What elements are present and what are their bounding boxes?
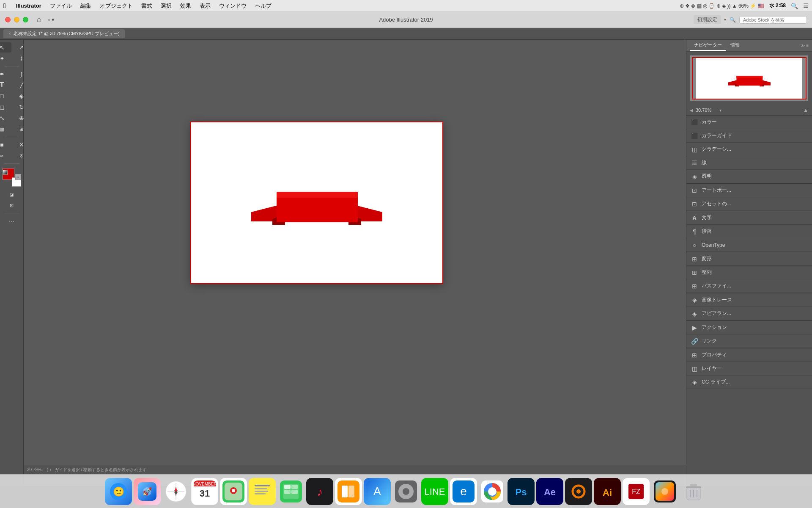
screen-mode[interactable]: ⊡ xyxy=(3,200,21,210)
workspace-arrow[interactable]: ▾ xyxy=(724,17,726,22)
character-panel-section[interactable]: A 文字 xyxy=(686,211,812,225)
workspace-label[interactable]: 初期設定 xyxy=(694,15,721,24)
navigator-tab[interactable]: ナビゲーター xyxy=(690,40,726,51)
menu-file[interactable]: ファイル xyxy=(46,1,76,11)
menu-window[interactable]: ウィンドウ xyxy=(215,1,251,11)
svg-rect-45 xyxy=(284,490,291,494)
menu-view[interactable]: 表示 xyxy=(195,1,215,11)
dock-trash[interactable] xyxy=(680,478,707,505)
workspace-switcher[interactable]: ▫ ▾ xyxy=(48,17,55,23)
opentype-panel-section[interactable]: ○ OpenType xyxy=(686,238,812,252)
stroke-panel-icon: ☰ xyxy=(691,160,698,166)
zoom-decrease-icon[interactable]: ◀ xyxy=(690,108,693,113)
menu-select[interactable]: 選択 xyxy=(156,1,176,11)
rectangle-icon: □ xyxy=(0,93,3,99)
info-tab[interactable]: 情報 xyxy=(726,40,744,51)
menu-effect[interactable]: 効果 xyxy=(176,1,195,11)
links-panel-section[interactable]: 🔗 リンク xyxy=(686,334,812,348)
blend-tool[interactable]: ∞ xyxy=(0,151,11,161)
dock-music[interactable]: ♪ xyxy=(306,478,333,505)
dock-notes[interactable] xyxy=(249,478,276,505)
dock-finder[interactable]: 🙂 xyxy=(105,478,132,505)
layers-panel-section[interactable]: ◫ レイヤー xyxy=(686,362,812,375)
fill-color-mode[interactable]: ■ xyxy=(0,189,2,199)
dock-books[interactable] xyxy=(335,478,362,505)
zoom-value: 30.79% xyxy=(696,108,717,113)
menu-type[interactable]: 書式 xyxy=(137,1,156,11)
image-trace-panel-section[interactable]: ◈ 画像トレース xyxy=(686,293,812,307)
menu-help[interactable]: ヘルプ xyxy=(251,1,276,11)
dock-aftereffects[interactable]: Ae xyxy=(536,478,563,505)
scale-tool[interactable]: ⤡ xyxy=(0,113,11,123)
rectangle-tool[interactable]: □ xyxy=(0,91,11,101)
status-zoom[interactable]: 30.79% xyxy=(27,467,41,472)
dock-line[interactable]: LINE xyxy=(421,478,448,505)
align-panel-section[interactable]: ⊞ 整列 xyxy=(686,266,812,279)
pathfinder-panel-section[interactable]: ⊞ パスファイ... xyxy=(686,279,812,293)
eraser-tool[interactable]: ◻ xyxy=(0,102,11,112)
dock-safari[interactable] xyxy=(162,478,189,505)
zoom-dropdown-arrow[interactable]: ▾ xyxy=(719,108,721,113)
artboard-panel-section[interactable]: ⊡ アートボー... xyxy=(686,184,812,197)
more-tools-button[interactable]: ··· xyxy=(9,218,14,225)
dock-numbers[interactable] xyxy=(277,478,304,505)
dock-maps[interactable] xyxy=(220,478,247,505)
dock-calendar[interactable]: 31NOVEMBER xyxy=(191,478,218,505)
transform-panel-section[interactable]: ⊞ 変形 xyxy=(686,252,812,266)
color-guide-panel-section[interactable]: ⬛ カラーガイド xyxy=(686,129,812,143)
minimize-button[interactable] xyxy=(14,17,19,22)
dock-illustrator[interactable]: Ai xyxy=(594,478,621,505)
stock-search-input[interactable] xyxy=(739,16,807,24)
apple-menu[interactable]:  xyxy=(3,2,6,10)
pen-icon: ✒ xyxy=(0,71,5,77)
paragraph-panel-section[interactable]: ¶ 段落 xyxy=(686,225,812,238)
select-icon: ↖ xyxy=(0,44,5,51)
dock-launchpad[interactable]: 🚀 xyxy=(134,478,161,505)
zoom-expand-icon[interactable]: ▲ xyxy=(803,107,809,113)
close-button[interactable] xyxy=(5,17,11,22)
graph-tool[interactable]: ▦ xyxy=(0,124,11,134)
dock-filezilla[interactable]: FZ xyxy=(623,478,650,505)
opentype-panel-label: OpenType xyxy=(702,242,808,248)
dock-systemprefs[interactable] xyxy=(392,478,420,505)
transparency-panel-section[interactable]: ◈ 透明 xyxy=(686,170,812,183)
status-text: ガイドを選択 / 移動するとき名前が表示されます xyxy=(55,467,147,473)
default-colors[interactable] xyxy=(3,170,8,175)
svg-text:A: A xyxy=(373,485,381,497)
type-tool[interactable]: T xyxy=(0,80,11,90)
menu-edit[interactable]: 編集 xyxy=(76,1,96,11)
gradient-tool[interactable]: ■ xyxy=(0,140,11,150)
panel-expand-icon[interactable]: ≫ ≡ xyxy=(801,43,809,48)
document-tab[interactable]: × 名称未設定-1* @ 30.79% (CMYK/GPU プレビュー) xyxy=(3,29,125,38)
fullscreen-button[interactable] xyxy=(23,17,28,22)
appearance-panel-label: アピアラン... xyxy=(702,310,808,317)
status-arrows: ⟨ ⟩ xyxy=(47,467,51,472)
menu-illustrator[interactable]: Illustrator xyxy=(12,2,46,10)
dock-edge[interactable]: e xyxy=(450,478,477,505)
dock-blender[interactable] xyxy=(565,478,592,505)
tab-close-button[interactable]: × xyxy=(8,31,11,36)
dock-chrome[interactable] xyxy=(479,478,506,505)
magic-wand-tool[interactable]: ✦ xyxy=(0,53,11,64)
canvas-area[interactable] xyxy=(24,40,686,486)
dock-photos[interactable] xyxy=(651,478,678,505)
dock-photoshop[interactable]: Ps xyxy=(508,478,535,505)
cc-libraries-panel-section[interactable]: ◈ CC ライブ... xyxy=(686,375,812,389)
properties-panel-section[interactable]: ⊞ プロパティ xyxy=(686,348,812,362)
dock-appstore[interactable]: A xyxy=(364,478,391,505)
menubar:  Illustrator ファイル 編集 オブジェクト 書式 選択 効果 表示… xyxy=(0,0,812,12)
gradient-mode[interactable]: ◪ xyxy=(3,189,21,199)
gradient-panel-section[interactable]: ◫ グラデーシ... xyxy=(686,143,812,156)
home-icon[interactable]: ⌂ xyxy=(37,15,41,24)
appearance-panel-section[interactable]: ◈ アピアラン... xyxy=(686,307,812,320)
pen-tool[interactable]: ✒ xyxy=(0,69,11,79)
control-center-icon[interactable]: ☰ xyxy=(803,3,809,9)
actions-panel-section[interactable]: ▶ アクション xyxy=(686,321,812,334)
select-tool[interactable]: ↖ xyxy=(0,42,11,52)
search-icon[interactable]: 🔍 xyxy=(791,3,798,9)
stroke-panel-section[interactable]: ☰ 線 xyxy=(686,156,812,170)
color-panel-section[interactable]: ⬛ カラー xyxy=(686,116,812,129)
menu-object[interactable]: オブジェクト xyxy=(96,1,137,11)
swap-colors[interactable]: ↔ xyxy=(15,174,21,180)
asset-panel-section[interactable]: ⊡ アセットの... xyxy=(686,197,812,211)
